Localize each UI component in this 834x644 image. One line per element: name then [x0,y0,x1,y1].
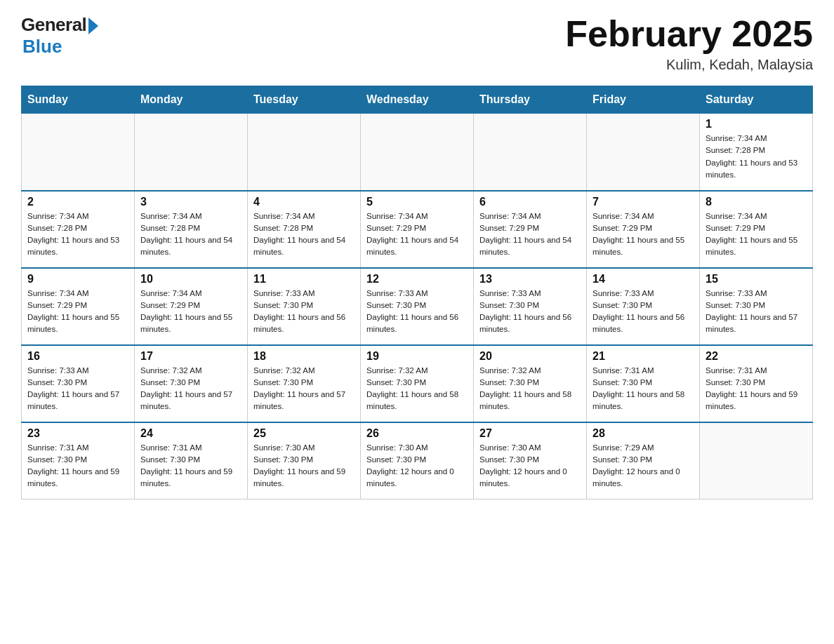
day-info: Sunrise: 7:32 AMSunset: 7:30 PMDaylight:… [253,365,355,413]
calendar-cell: 25Sunrise: 7:30 AMSunset: 7:30 PMDayligh… [248,422,361,499]
calendar-cell: 13Sunrise: 7:33 AMSunset: 7:30 PMDayligh… [474,268,587,345]
day-info: Sunrise: 7:34 AMSunset: 7:29 PMDaylight:… [706,210,807,259]
day-number: 18 [253,350,355,363]
calendar-cell: 18Sunrise: 7:32 AMSunset: 7:30 PMDayligh… [248,345,361,422]
calendar-cell: 24Sunrise: 7:31 AMSunset: 7:30 PMDayligh… [135,422,248,499]
day-number: 11 [253,273,355,286]
calendar-cell: 28Sunrise: 7:29 AMSunset: 7:30 PMDayligh… [587,422,700,499]
day-info: Sunrise: 7:34 AMSunset: 7:28 PMDaylight:… [27,210,128,259]
day-number: 24 [140,427,241,440]
day-number: 27 [479,427,581,440]
day-number: 16 [27,350,128,363]
day-info: Sunrise: 7:30 AMSunset: 7:30 PMDaylight:… [253,442,355,490]
day-info: Sunrise: 7:34 AMSunset: 7:29 PMDaylight:… [140,288,241,336]
calendar-cell [248,114,361,191]
logo: General Blue [21,14,98,58]
calendar-cell: 15Sunrise: 7:33 AMSunset: 7:30 PMDayligh… [700,268,813,345]
calendar-week-row: 23Sunrise: 7:31 AMSunset: 7:30 PMDayligh… [22,422,813,499]
day-header-tuesday: Tuesday [248,86,361,114]
calendar-cell: 27Sunrise: 7:30 AMSunset: 7:30 PMDayligh… [474,422,587,499]
day-number: 12 [366,273,468,286]
calendar-cell [22,114,135,191]
day-info: Sunrise: 7:32 AMSunset: 7:30 PMDaylight:… [140,365,241,413]
day-number: 19 [366,350,468,363]
calendar-cell: 3Sunrise: 7:34 AMSunset: 7:28 PMDaylight… [135,191,248,268]
calendar-subtitle: Kulim, Kedah, Malaysia [565,57,813,73]
day-info: Sunrise: 7:31 AMSunset: 7:30 PMDaylight:… [140,442,241,490]
day-header-saturday: Saturday [700,86,813,114]
day-info: Sunrise: 7:31 AMSunset: 7:30 PMDaylight:… [27,442,128,490]
day-number: 1 [706,118,807,130]
day-info: Sunrise: 7:29 AMSunset: 7:30 PMDaylight:… [593,442,694,490]
day-info: Sunrise: 7:34 AMSunset: 7:29 PMDaylight:… [479,210,581,259]
day-info: Sunrise: 7:34 AMSunset: 7:28 PMDaylight:… [140,210,241,259]
calendar-week-row: 16Sunrise: 7:33 AMSunset: 7:30 PMDayligh… [22,345,813,422]
calendar-cell: 10Sunrise: 7:34 AMSunset: 7:29 PMDayligh… [135,268,248,345]
day-info: Sunrise: 7:33 AMSunset: 7:30 PMDaylight:… [479,288,581,336]
day-number: 9 [27,273,128,286]
day-number: 4 [253,196,355,208]
day-number: 21 [593,350,694,363]
day-info: Sunrise: 7:34 AMSunset: 7:28 PMDaylight:… [253,210,355,259]
day-info: Sunrise: 7:34 AMSunset: 7:28 PMDaylight:… [706,133,807,181]
calendar-cell: 5Sunrise: 7:34 AMSunset: 7:29 PMDaylight… [361,191,474,268]
day-number: 5 [366,196,468,208]
calendar-cell: 14Sunrise: 7:33 AMSunset: 7:30 PMDayligh… [587,268,700,345]
calendar-cell [587,114,700,191]
calendar-cell: 16Sunrise: 7:33 AMSunset: 7:30 PMDayligh… [22,345,135,422]
calendar-title: February 2025 [565,14,813,54]
calendar-cell: 9Sunrise: 7:34 AMSunset: 7:29 PMDaylight… [22,268,135,345]
day-header-thursday: Thursday [474,86,587,114]
calendar-table: SundayMondayTuesdayWednesdayThursdayFrid… [21,86,813,499]
day-number: 17 [140,350,241,363]
day-number: 26 [366,427,468,440]
day-info: Sunrise: 7:33 AMSunset: 7:30 PMDaylight:… [253,288,355,336]
day-info: Sunrise: 7:31 AMSunset: 7:30 PMDaylight:… [706,365,807,413]
day-number: 6 [479,196,581,208]
day-info: Sunrise: 7:34 AMSunset: 7:29 PMDaylight:… [27,288,128,336]
page-header: General Blue February 2025 Kulim, Kedah,… [21,14,813,73]
calendar-cell [700,422,813,499]
day-number: 13 [479,273,581,286]
logo-general-text: General [21,14,86,36]
day-number: 2 [27,196,128,208]
calendar-cell [135,114,248,191]
calendar-cell: 4Sunrise: 7:34 AMSunset: 7:28 PMDaylight… [248,191,361,268]
calendar-cell: 7Sunrise: 7:34 AMSunset: 7:29 PMDaylight… [587,191,700,268]
day-number: 7 [593,196,694,208]
calendar-cell: 6Sunrise: 7:34 AMSunset: 7:29 PMDaylight… [474,191,587,268]
calendar-cell [474,114,587,191]
calendar-week-row: 1Sunrise: 7:34 AMSunset: 7:28 PMDaylight… [22,114,813,191]
calendar-cell: 20Sunrise: 7:32 AMSunset: 7:30 PMDayligh… [474,345,587,422]
calendar-cell: 2Sunrise: 7:34 AMSunset: 7:28 PMDaylight… [22,191,135,268]
day-header-monday: Monday [135,86,248,114]
day-info: Sunrise: 7:33 AMSunset: 7:30 PMDaylight:… [593,288,694,336]
day-number: 20 [479,350,581,363]
day-number: 10 [140,273,241,286]
day-info: Sunrise: 7:33 AMSunset: 7:30 PMDaylight:… [27,365,128,413]
logo-arrow-icon [88,18,98,34]
day-number: 25 [253,427,355,440]
day-number: 28 [593,427,694,440]
day-header-sunday: Sunday [22,86,135,114]
calendar-cell: 11Sunrise: 7:33 AMSunset: 7:30 PMDayligh… [248,268,361,345]
day-info: Sunrise: 7:30 AMSunset: 7:30 PMDaylight:… [479,442,581,490]
calendar-week-row: 9Sunrise: 7:34 AMSunset: 7:29 PMDaylight… [22,268,813,345]
day-info: Sunrise: 7:32 AMSunset: 7:30 PMDaylight:… [366,365,468,413]
calendar-cell: 22Sunrise: 7:31 AMSunset: 7:30 PMDayligh… [700,345,813,422]
day-number: 14 [593,273,694,286]
calendar-week-row: 2Sunrise: 7:34 AMSunset: 7:28 PMDaylight… [22,191,813,268]
calendar-header-row: SundayMondayTuesdayWednesdayThursdayFrid… [22,86,813,114]
calendar-cell: 19Sunrise: 7:32 AMSunset: 7:30 PMDayligh… [361,345,474,422]
title-block: February 2025 Kulim, Kedah, Malaysia [565,14,813,73]
calendar-cell: 17Sunrise: 7:32 AMSunset: 7:30 PMDayligh… [135,345,248,422]
calendar-cell: 1Sunrise: 7:34 AMSunset: 7:28 PMDaylight… [700,114,813,191]
calendar-cell: 12Sunrise: 7:33 AMSunset: 7:30 PMDayligh… [361,268,474,345]
day-info: Sunrise: 7:32 AMSunset: 7:30 PMDaylight:… [479,365,581,413]
day-number: 8 [706,196,807,208]
calendar-cell: 26Sunrise: 7:30 AMSunset: 7:30 PMDayligh… [361,422,474,499]
day-info: Sunrise: 7:33 AMSunset: 7:30 PMDaylight:… [366,288,468,336]
calendar-cell: 8Sunrise: 7:34 AMSunset: 7:29 PMDaylight… [700,191,813,268]
day-info: Sunrise: 7:31 AMSunset: 7:30 PMDaylight:… [593,365,694,413]
day-header-friday: Friday [587,86,700,114]
